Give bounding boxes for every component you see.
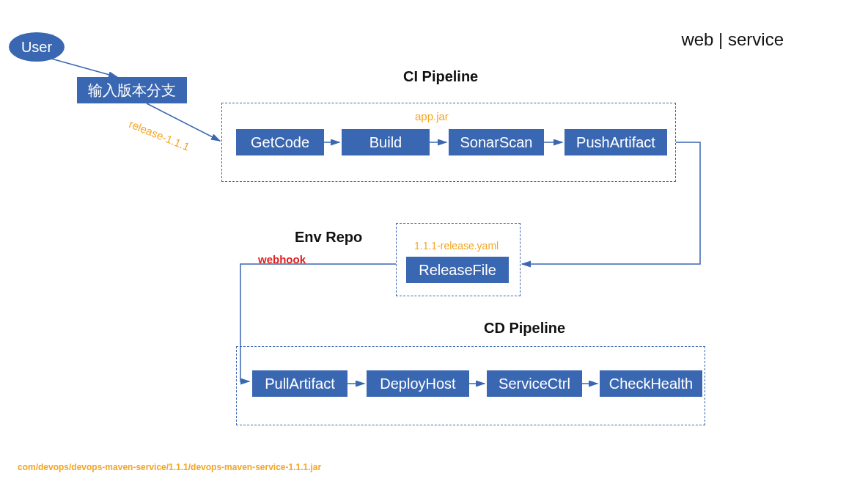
cd-step-pullartifact: PullArtifact	[252, 370, 347, 397]
webhook-label: webhook	[258, 253, 306, 266]
ci-step-pushartifact: PushArtifact	[564, 129, 667, 155]
cd-step-servicectrl: ServiceCtrl	[487, 370, 582, 397]
ci-title: CI Pipeline	[403, 68, 478, 85]
input-branch-node: 输入版本分支	[77, 77, 187, 103]
cd-step-checkhealth: CheckHealth	[600, 370, 702, 397]
ci-step-sonarscan: SonarScan	[449, 129, 544, 155]
user-node: User	[9, 32, 65, 62]
env-step-releasefile: ReleaseFile	[406, 257, 509, 283]
footer-artifact-path: com/devops/devops-maven-service/1.1.1/de…	[18, 462, 321, 472]
env-title: Env Repo	[295, 229, 362, 246]
page-title: web | service	[681, 29, 784, 50]
release-yaml-label: 1.1.1-release.yaml	[414, 240, 499, 252]
release-label: release-1.1.1	[128, 117, 192, 153]
ci-step-build: Build	[342, 129, 430, 155]
cd-step-deployhost: DeployHost	[367, 370, 469, 397]
appjar-label: app.jar	[415, 110, 449, 122]
cd-title: CD Pipeline	[484, 320, 565, 337]
svg-line-0	[51, 59, 117, 77]
ci-step-getcode: GetCode	[236, 129, 324, 155]
